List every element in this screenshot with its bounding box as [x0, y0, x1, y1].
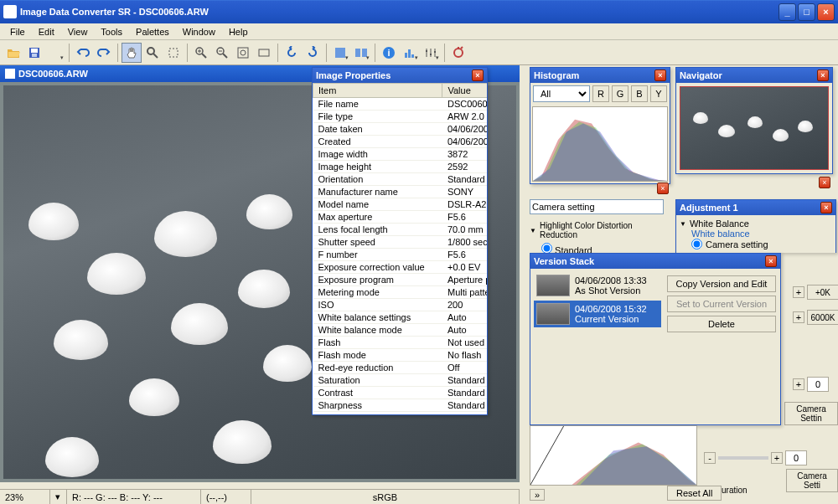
redo-icon[interactable]	[94, 43, 114, 63]
col-item[interactable]: Item	[313, 84, 442, 98]
hist-r-button[interactable]: R	[592, 85, 609, 102]
set-current-button[interactable]: Set to Current Version	[667, 296, 776, 312]
property-row[interactable]: Lens focal length70.0 mm	[313, 224, 488, 236]
rotate-left-icon[interactable]	[282, 43, 302, 63]
property-row[interactable]: Red-eye reductionOff	[313, 362, 488, 374]
histogram-channel-select[interactable]: All	[533, 85, 590, 102]
zoom-in-icon[interactable]	[191, 43, 211, 63]
zoom-tool-icon[interactable]	[142, 43, 163, 63]
panel-close-icon[interactable]: ×	[765, 255, 777, 267]
navigator-thumbnail[interactable]	[680, 86, 829, 170]
panel-close-icon[interactable]: ×	[820, 202, 832, 213]
rotate-right-icon[interactable]	[303, 43, 323, 63]
hist-b-button[interactable]: B	[631, 85, 648, 102]
zoom-fit-icon[interactable]	[233, 43, 253, 63]
adjustment-panel[interactable]: Adjustment 1 × White Balance White balan…	[675, 199, 836, 253]
value-input[interactable]	[807, 377, 829, 392]
camera-setting-button[interactable]: Camera Setti	[786, 469, 838, 492]
panel-close-icon[interactable]: ×	[657, 183, 669, 194]
menu-view[interactable]: View	[61, 25, 95, 39]
zoom-dropdown-icon[interactable]: ▾	[50, 490, 67, 504]
hand-tool-icon[interactable]	[122, 43, 142, 63]
menu-palettes[interactable]: Palettes	[129, 25, 176, 39]
zoom-readout[interactable]: 23%	[0, 490, 50, 504]
property-row[interactable]: Flash modeNo flash	[313, 349, 488, 362]
menu-edit[interactable]: Edit	[32, 25, 61, 39]
property-row[interactable]: Model nameDSLR-A200	[313, 198, 488, 211]
property-row[interactable]: SharpnessStandard	[313, 399, 488, 412]
property-row[interactable]: FlashNot used	[313, 337, 488, 349]
minus-button[interactable]: -	[704, 452, 716, 464]
hist-y-button[interactable]: Y	[650, 85, 667, 102]
app-icon	[3, 5, 17, 18]
property-row[interactable]: F numberF5.6	[313, 249, 488, 261]
reset-all-button[interactable]: Reset All	[667, 486, 722, 501]
version-stack-panel[interactable]: Version Stack × 04/06/2008 13:33 As Shot…	[530, 253, 781, 425]
maximize-button[interactable]: □	[798, 3, 815, 21]
save-dropdown-icon[interactable]	[45, 43, 65, 63]
svg-text:i: i	[387, 48, 390, 58]
property-row[interactable]: Max apertureF5.6	[313, 211, 488, 224]
histogram-panel[interactable]: Histogram × All R G B Y	[530, 67, 670, 184]
menu-file[interactable]: File	[3, 25, 32, 39]
plus-button[interactable]: +	[793, 378, 804, 390]
zoom-actual-icon[interactable]	[254, 43, 274, 63]
property-row[interactable]: Shutter speed1/800 sec.	[313, 236, 488, 249]
panel-close-icon[interactable]: ×	[817, 69, 829, 81]
image-properties-panel[interactable]: Image Properties × Item Value File nameD…	[312, 67, 488, 415]
property-row[interactable]: SaturationStandard	[313, 374, 488, 387]
reset-icon[interactable]	[448, 43, 468, 63]
histogram-dropdown-icon[interactable]	[400, 43, 420, 63]
adjust-dropdown-icon[interactable]	[421, 43, 441, 63]
info-icon[interactable]: i	[379, 43, 399, 63]
compare-dropdown-icon[interactable]	[351, 43, 371, 63]
zoom-out-icon[interactable]	[212, 43, 232, 63]
panel-close-icon[interactable]: ×	[819, 177, 830, 188]
plus-button[interactable]: +	[793, 286, 804, 298]
value-input[interactable]	[785, 450, 807, 465]
panel-close-icon[interactable]: ×	[472, 69, 484, 81]
menu-window[interactable]: Window	[176, 25, 222, 39]
plus-button[interactable]: +	[793, 311, 804, 323]
camera-setting-button[interactable]: Camera Settin	[784, 402, 838, 425]
close-button[interactable]: ×	[817, 3, 835, 21]
property-row[interactable]: ISO200	[313, 299, 488, 311]
expand-icon[interactable]: »	[530, 489, 545, 501]
minimize-button[interactable]: _	[779, 3, 796, 21]
white-balance-header[interactable]: White Balance	[680, 219, 832, 229]
undo-icon[interactable]	[73, 43, 93, 63]
menu-tools[interactable]: Tools	[94, 25, 129, 39]
property-row[interactable]: Metering modeMulti pattern	[313, 286, 488, 299]
camera-setting-input[interactable]	[530, 199, 664, 214]
property-row[interactable]: Color spacesRGB	[313, 412, 488, 415]
delete-version-button[interactable]: Delete	[667, 316, 776, 332]
plus-button[interactable]: +	[771, 452, 783, 464]
property-row[interactable]: Exposure programAperture priority	[313, 274, 488, 286]
save-icon[interactable]	[24, 43, 44, 63]
navigator-panel[interactable]: Navigator × ×	[675, 67, 833, 174]
property-row[interactable]: Date taken04/06/2008 13:33	[313, 123, 488, 136]
crop-tool-icon[interactable]	[163, 43, 184, 63]
version-time: 04/06/2008 15:32	[575, 304, 647, 314]
panel-close-icon[interactable]: ×	[654, 69, 666, 81]
property-row[interactable]: Manufacturer nameSONY	[313, 186, 488, 198]
property-row[interactable]: Created04/06/2008 13:33	[313, 136, 488, 148]
open-icon[interactable]	[3, 43, 23, 63]
copy-version-button[interactable]: Copy Version and Edit	[667, 275, 776, 292]
property-row[interactable]: File typeARW 2.0 Format	[313, 111, 488, 123]
menu-help[interactable]: Help	[222, 25, 255, 39]
property-row[interactable]: White balance settingsAuto	[313, 311, 488, 324]
property-row[interactable]: Exposure correction value+0.0 EV	[313, 261, 488, 274]
preview-dropdown-icon[interactable]	[330, 43, 350, 63]
version-item[interactable]: 04/06/2008 13:33 As Shot Version	[534, 272, 661, 299]
property-row[interactable]: White balance modeAuto	[313, 324, 488, 337]
property-row[interactable]: OrientationStandard	[313, 173, 488, 186]
property-row[interactable]: Image width3872	[313, 148, 488, 161]
property-row[interactable]: ContrastStandard	[313, 387, 488, 399]
property-row[interactable]: File nameDSC00606.ARW	[313, 98, 488, 111]
version-item-selected[interactable]: 04/06/2008 15:32 Current Version	[534, 301, 661, 327]
property-row[interactable]: Image height2592	[313, 161, 488, 173]
col-value[interactable]: Value	[442, 84, 487, 98]
camera-setting-radio[interactable]	[691, 239, 702, 249]
hist-g-button[interactable]: G	[612, 85, 628, 102]
